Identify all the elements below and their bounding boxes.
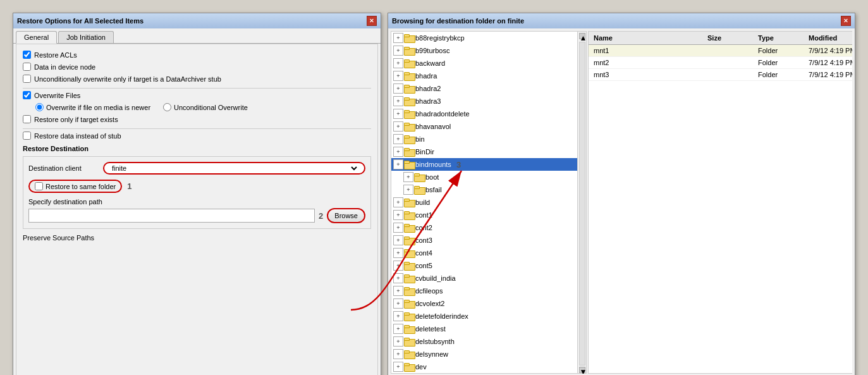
tree-item-bindmounts[interactable]: +bindmounts3 xyxy=(391,158,577,171)
folder-icon-bhadra2 xyxy=(404,85,414,92)
tree-item-cont3[interactable]: +cont3 xyxy=(391,234,577,247)
tree-expand-bhadra[interactable]: + xyxy=(393,71,403,81)
tree-label-backward: backward xyxy=(415,59,445,67)
details-row-mnt1[interactable]: mnt1Folder7/9/12 4:19 PM xyxy=(589,45,852,57)
tree-item-bin[interactable]: +bin xyxy=(391,133,577,145)
restore-data-section: Restore data instead of stub xyxy=(23,132,371,140)
tree-item-backward[interactable]: +backward xyxy=(391,57,577,70)
restore-acls-label: Restore ACLs xyxy=(34,51,77,59)
tree-expand-cont4[interactable]: + xyxy=(393,248,403,258)
left-close-button[interactable]: ✕ xyxy=(367,16,377,26)
folder-icon-cont2 xyxy=(404,224,414,231)
data-device-row: Data in device node xyxy=(23,63,371,71)
folder-icon-bhadra3 xyxy=(404,97,414,105)
tree-scrollbar[interactable]: ▲ ▼ xyxy=(578,31,587,374)
tree-item-bsfail[interactable]: +bsfail xyxy=(391,183,577,196)
tree-item-BinDir[interactable]: +BinDir xyxy=(391,145,577,158)
destination-path-input[interactable] xyxy=(28,209,315,223)
tree-item-bhadra3[interactable]: +bhadra3 xyxy=(391,95,577,108)
tree-item-build[interactable]: +build xyxy=(391,196,577,209)
overwrite-files-checkbox[interactable] xyxy=(23,91,31,99)
tab-general[interactable]: General xyxy=(16,31,57,44)
tree-expand-delstubsynth[interactable]: + xyxy=(393,336,403,347)
browse-button[interactable]: Browse xyxy=(327,208,365,223)
unconditional-overwrite-checkbox[interactable] xyxy=(23,75,31,83)
tree-expand-dcfileops[interactable]: + xyxy=(393,286,403,296)
unconditional-overwrite-radio[interactable] xyxy=(163,103,171,111)
tree-item-delstubsynth[interactable]: +delstubsynth xyxy=(391,335,577,348)
tree-expand-cont3[interactable]: + xyxy=(393,235,403,245)
details-panel: Name Size Type Modified mnt1Folder7/9/12… xyxy=(588,31,852,374)
tree-item-deletefolderindex[interactable]: +deletefolderindex xyxy=(391,310,577,323)
tree-expand-bhadra3[interactable]: + xyxy=(393,96,403,106)
tree-expand-dcvolext2[interactable]: + xyxy=(393,298,403,309)
tree-label-bhadra2: bhadra2 xyxy=(415,85,441,92)
restore-same-folder-checkbox[interactable] xyxy=(35,182,43,190)
restore-acls-checkbox[interactable] xyxy=(23,51,31,59)
tree-item-cont4[interactable]: +cont4 xyxy=(391,247,577,259)
overwrite-newer-radio[interactable] xyxy=(35,103,44,111)
tree-expand-delsynnew[interactable]: + xyxy=(393,349,403,359)
restore-data-checkbox[interactable] xyxy=(23,132,31,140)
details-cell-mnt3-modified: 7/9/12 4:19 PM xyxy=(806,70,852,79)
tree-item-dcfileops[interactable]: +dcfileops xyxy=(391,285,577,297)
destination-client-select[interactable]: finite xyxy=(109,164,359,173)
tree-label-dcvolext2: dcvolext2 xyxy=(415,300,444,307)
right-close-button[interactable]: ✕ xyxy=(841,16,851,26)
tree-item-bhavanavol[interactable]: +bhavanavol xyxy=(391,120,577,133)
tree-expand-deletetest[interactable]: + xyxy=(393,324,403,334)
tree-expand-cont2[interactable]: + xyxy=(393,223,403,233)
tree-label-cont4: cont4 xyxy=(415,249,432,257)
tree-item-cont2[interactable]: +cont2 xyxy=(391,221,577,234)
restore-options-window: Restore Options for All Selected Items ✕… xyxy=(13,13,381,375)
tree-item-b88registrybkcp[interactable]: +b88registrybkcp xyxy=(391,32,577,44)
tree-expand-b99turbosc[interactable]: + xyxy=(393,46,403,56)
tree-item-b99turbosc[interactable]: +b99turbosc xyxy=(391,44,577,57)
tree-expand-b88registrybkcp[interactable]: + xyxy=(393,33,403,43)
tree-item-bhadra2[interactable]: +bhadra2 xyxy=(391,82,577,95)
tree-expand-dev[interactable]: + xyxy=(393,362,403,372)
destination-client-combo-outlined[interactable]: finite xyxy=(103,162,365,175)
tree-item-dev[interactable]: +dev xyxy=(391,360,577,373)
restore-destination-label: Restore Destination xyxy=(23,145,371,152)
tree-expand-boot[interactable]: + xyxy=(403,172,413,182)
tree-item-boot[interactable]: +boot xyxy=(391,171,577,183)
left-window-title: Restore Options for All Selected Items xyxy=(17,17,144,25)
tree-expand-bhadradontdelete[interactable]: + xyxy=(393,109,403,119)
tree-item-bhadradontdelete[interactable]: +bhadradontdelete xyxy=(391,108,577,120)
tree-expand-cont5[interactable]: + xyxy=(393,261,403,271)
tree-expand-BinDir[interactable]: + xyxy=(393,147,403,157)
folder-tree[interactable]: +b88registrybkcp+b99turbosc+backward+bha… xyxy=(391,31,578,374)
tree-label-bhadradontdelete: bhadradontdelete xyxy=(415,110,470,118)
tree-expand-bsfail[interactable]: + xyxy=(403,185,413,195)
tree-item-deletetest[interactable]: +deletetest xyxy=(391,323,577,335)
tree-item-delsynnew[interactable]: +delsynnew xyxy=(391,348,577,360)
tree-expand-build[interactable]: + xyxy=(393,197,403,207)
tree-expand-bhadra2[interactable]: + xyxy=(393,83,403,94)
tab-bar: General Job Initiation xyxy=(13,28,381,44)
browser-window: Browsing for destination folder on finit… xyxy=(388,13,855,375)
details-row-mnt2[interactable]: mnt2Folder7/9/12 4:19 PM xyxy=(589,57,852,69)
details-row-mnt3[interactable]: mnt3Folder7/9/12 4:19 PM xyxy=(589,69,852,81)
tree-item-cvbuild_india[interactable]: +cvbuild_india xyxy=(391,272,577,285)
tree-expand-deletefolderindex[interactable]: + xyxy=(393,311,403,321)
col-modified: Modified xyxy=(806,33,852,43)
tree-label-dev: dev xyxy=(415,363,427,371)
tree-item-cont1[interactable]: +cont1 xyxy=(391,209,577,221)
tab-job-initiation[interactable]: Job Initiation xyxy=(58,31,114,43)
tree-expand-backward[interactable]: + xyxy=(393,58,403,68)
tree-expand-bindmounts[interactable]: + xyxy=(393,159,403,169)
tree-item-dcvolext2[interactable]: +dcvolext2 xyxy=(391,297,577,310)
tree-expand-cvbuild_india[interactable]: + xyxy=(393,273,403,283)
details-cell-mnt1-type: Folder xyxy=(755,46,806,55)
tree-expand-cont1[interactable]: + xyxy=(393,210,403,220)
tree-item-cont5[interactable]: +cont5 xyxy=(391,259,577,272)
tree-expand-bhavanavol[interactable]: + xyxy=(393,121,403,132)
tree-item-bhadra[interactable]: +bhadra xyxy=(391,70,577,82)
restore-only-if-target-checkbox[interactable] xyxy=(23,115,31,123)
data-device-checkbox[interactable] xyxy=(23,63,31,71)
restore-same-folder-label: Restore to same folder xyxy=(46,183,116,190)
tree-label-bhadra: bhadra xyxy=(415,72,437,80)
content-area: Restore ACLs Data in device node Uncondi… xyxy=(16,44,378,375)
tree-expand-bin[interactable]: + xyxy=(393,134,403,144)
